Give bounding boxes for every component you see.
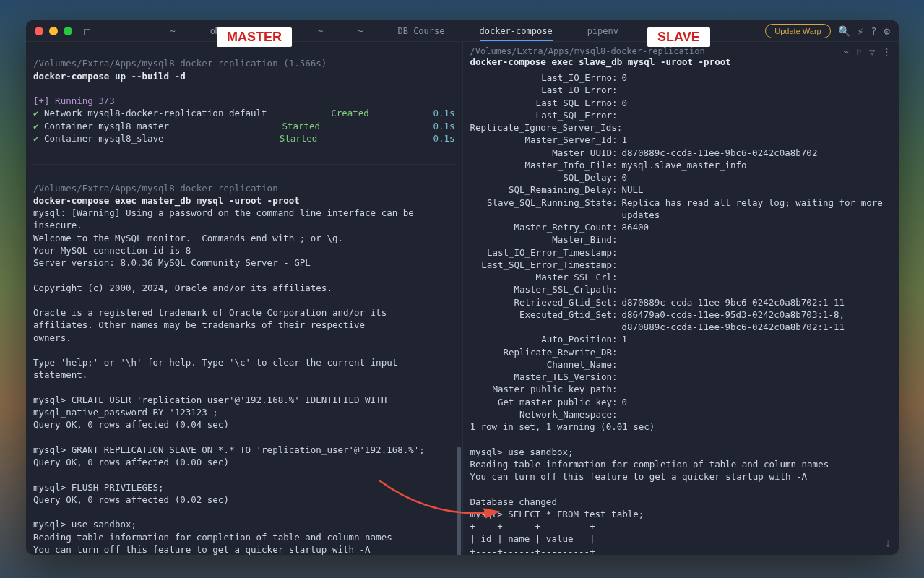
slave-status-row: Master_SSL_Crlpath: bbox=[470, 283, 892, 296]
slave-status-row: Last_IO_Error_Timestamp: bbox=[470, 246, 892, 259]
bolt-icon[interactable]: ⚡ bbox=[858, 25, 863, 37]
left-pane[interactable]: /Volumes/Extra/Apps/mysql8-docker-replic… bbox=[26, 42, 463, 555]
left-terminal-output[interactable]: /Volumes/Extra/Apps/mysql8-docker-replic… bbox=[26, 42, 462, 555]
split-panes: /Volumes/Extra/Apps/mysql8-docker-replic… bbox=[26, 42, 899, 555]
slave-status-row: Replicate_Ignore_Server_Ids: bbox=[470, 121, 892, 134]
slave-status-row: Master_public_key_path: bbox=[470, 383, 892, 395]
search-icon[interactable]: 🔍 bbox=[838, 25, 850, 37]
tab[interactable]: ~ bbox=[340, 22, 380, 40]
command-text: docker-compose up --build -d bbox=[33, 71, 186, 82]
slave-status-row: Master_UUID:d870889c-ccda-11ee-9bc6-0242… bbox=[470, 147, 892, 159]
slave-status-row: SQL_Remaining_Delay:NULL bbox=[470, 184, 892, 196]
slave-status-row: Retrieved_Gtid_Set:d870889c-ccda-11ee-9b… bbox=[470, 296, 892, 309]
minimize-icon[interactable] bbox=[49, 27, 58, 35]
filter-icon[interactable]: ▽ bbox=[869, 46, 875, 57]
cwd-path: /Volumes/Extra/Apps/mysql8-docker-replic… bbox=[470, 46, 731, 56]
slave-status-row: Replicate_Rewrite_DB: bbox=[470, 346, 892, 358]
bolt-icon[interactable]: ⌁ bbox=[844, 46, 850, 57]
tab[interactable]: pipenv bbox=[570, 22, 636, 40]
slave-status-row: Channel_Name: bbox=[470, 358, 892, 371]
right-pane[interactable]: /Volumes/Extra/Apps/mysql8-docker-replic… bbox=[463, 42, 899, 555]
command-text: docker-compose exec slave_db mysql -uroo… bbox=[470, 56, 731, 67]
toolbar-right: Update Warp 🔍 ⚡ ? ⚙ bbox=[765, 24, 890, 38]
slave-status-row: Get_master_public_key:0 bbox=[470, 396, 892, 408]
slave-label: SLAVE bbox=[647, 27, 710, 47]
download-icon[interactable]: ⭳ bbox=[884, 538, 893, 549]
gear-icon[interactable]: ⚙ bbox=[884, 25, 890, 37]
cwd-path: /Volumes/Extra/Apps/mysql8-docker-replic… bbox=[33, 58, 327, 69]
mysql-output: 1 row in set, 1 warning (0.01 sec) mysql… bbox=[470, 421, 829, 555]
more-icon[interactable]: ⋮ bbox=[882, 46, 891, 57]
tab[interactable]: ~ bbox=[301, 22, 340, 40]
slave-status-row: Master_SSL_Crl: bbox=[470, 271, 892, 283]
mysql-output: mysql: [Warning] Using a password on the… bbox=[33, 207, 425, 555]
slave-status-row: Master_Retry_Count:86400 bbox=[470, 221, 892, 233]
slave-status-row: Auto_Position:1 bbox=[470, 333, 892, 345]
run-status-row: ✔ Container mysql8_slaveStarted0.1s bbox=[33, 132, 455, 144]
slave-status-row: Network_Namespace: bbox=[470, 408, 892, 420]
slave-status-row: SQL_Delay:0 bbox=[470, 171, 892, 184]
split-pane-icon[interactable]: ◫ bbox=[84, 25, 90, 37]
scrollbar-thumb[interactable] bbox=[457, 447, 461, 555]
pane-action-icons: ⌁ ⚐ ▽ ⋮ bbox=[844, 46, 891, 57]
slave-status-row: Slave_SQL_Running_State:Replica has read… bbox=[470, 197, 892, 222]
zoom-icon[interactable] bbox=[64, 27, 72, 35]
traffic-lights bbox=[35, 27, 72, 35]
right-terminal-output[interactable]: Last_IO_Errno:0Last_IO_Error:Last_SQL_Er… bbox=[463, 69, 899, 555]
master-label: MASTER bbox=[217, 27, 292, 47]
slave-status-row: Executed_Gtid_Set:d86479a0-ccda-11ee-95d… bbox=[470, 309, 892, 334]
update-warp-button[interactable]: Update Warp bbox=[765, 24, 830, 38]
command-text: docker-compose exec master_db mysql -uro… bbox=[33, 195, 300, 206]
slave-status-row: Master_Server_Id:1 bbox=[470, 134, 892, 146]
titlebar: ◫ ~oMagic/ph…o.me~~DB Coursedocker-compo… bbox=[26, 20, 899, 42]
slave-status-row: Last_IO_Errno:0 bbox=[470, 72, 892, 84]
slave-status-row: Last_SQL_Error_Timestamp: bbox=[470, 259, 892, 271]
help-icon[interactable]: ? bbox=[871, 25, 876, 37]
slave-status-row: Master_Bind: bbox=[470, 233, 892, 246]
slave-status-row: Master_TLS_Version: bbox=[470, 371, 892, 383]
bookmark-icon[interactable]: ⚐ bbox=[856, 46, 862, 57]
tab[interactable]: docker-compose bbox=[462, 22, 570, 40]
close-icon[interactable] bbox=[35, 27, 43, 35]
tab[interactable]: DB Course bbox=[380, 22, 462, 40]
slave-status-row: Master_Info_File:mysql.slave_master_info bbox=[470, 159, 892, 171]
slave-status-row: Last_SQL_Error: bbox=[470, 109, 892, 121]
running-header: [+] Running 3/3 bbox=[33, 95, 115, 106]
slave-status-row: Last_SQL_Errno:0 bbox=[470, 97, 892, 109]
cwd-path: /Volumes/Extra/Apps/mysql8-docker-replic… bbox=[33, 183, 278, 194]
run-status-row: ✔ Network mysql8-docker-replication_defa… bbox=[33, 107, 455, 119]
run-status-row: ✔ Container mysql8_masterStarted0.1s bbox=[33, 120, 455, 132]
terminal-window: ◫ ~oMagic/ph…o.me~~DB Coursedocker-compo… bbox=[26, 20, 899, 555]
tab[interactable]: ~ bbox=[153, 22, 193, 40]
slave-status-row: Last_IO_Error: bbox=[470, 84, 892, 96]
